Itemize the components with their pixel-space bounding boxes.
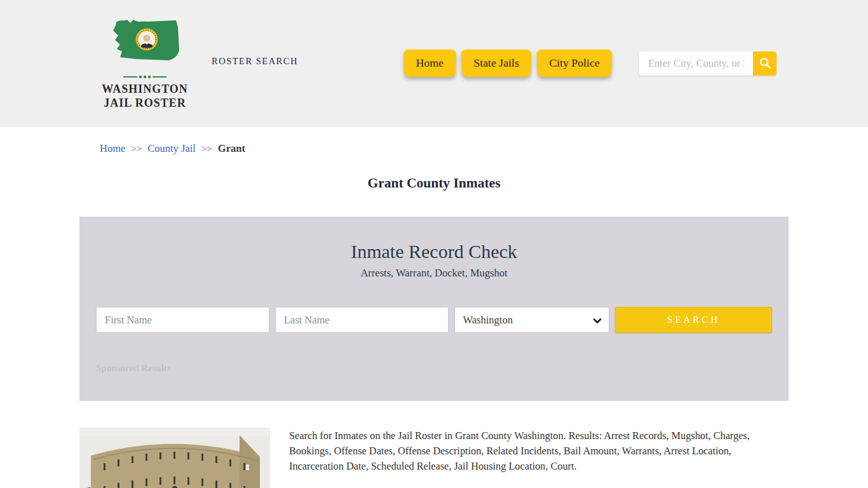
record-check-title: Inmate Record Check (96, 241, 772, 262)
about-section: Search for Inmates on the Jail Roster in… (79, 428, 773, 488)
state-select[interactable]: Washington (454, 307, 610, 333)
inmate-search-button[interactable]: SEARCH (615, 307, 772, 333)
facility-search (639, 51, 776, 76)
washington-state-flag-icon (95, 17, 194, 73)
facility-search-button[interactable] (753, 51, 776, 76)
logo-line2: JAIL ROSTER (95, 96, 194, 111)
page-title: Grant County Inmates (0, 175, 868, 191)
main-nav: Home State Jails City Police (404, 50, 611, 77)
facility-search-input[interactable] (639, 51, 753, 76)
jail-building-photo (79, 428, 270, 488)
first-name-input[interactable] (96, 307, 269, 333)
breadcrumb-county-jail-link[interactable]: County Jail (147, 142, 196, 155)
breadcrumb-separator: >> (201, 144, 212, 154)
about-description: Search for Inmates on the Jail Roster in… (289, 428, 773, 488)
record-check-subtitle: Arrests, Warrant, Docket, Mugshot (96, 267, 772, 280)
inmate-search-form: Washington SEARCH (96, 307, 772, 333)
roster-search-tagline: ROSTER SEARCH (212, 56, 298, 67)
site-logo[interactable]: WASHINGTON JAIL ROSTER (95, 17, 194, 111)
logo-divider (95, 76, 194, 78)
state-select-wrap: Washington (454, 307, 610, 333)
search-icon (759, 57, 771, 71)
inmate-record-check-panel: Inmate Record Check Arrests, Warrant, Do… (79, 217, 789, 401)
breadcrumb: Home >> County Jail >> Grant (100, 142, 868, 155)
site-header: WASHINGTON JAIL ROSTER ROSTER SEARCH Hom… (0, 0, 868, 127)
nav-city-police-button[interactable]: City Police (536, 50, 613, 77)
breadcrumb-home-link[interactable]: Home (100, 142, 125, 155)
breadcrumb-separator: >> (131, 144, 142, 154)
logo-line1: WASHINGTON (95, 82, 194, 97)
last-name-input[interactable] (275, 307, 449, 333)
nav-home-button[interactable]: Home (403, 50, 456, 77)
breadcrumb-current-page: Grant (218, 142, 245, 155)
nav-state-jails-button[interactable]: State Jails (461, 50, 532, 77)
sponsored-results-label: Sponsored Results (96, 363, 772, 374)
logo-wordmark: WASHINGTON JAIL ROSTER (95, 82, 194, 111)
